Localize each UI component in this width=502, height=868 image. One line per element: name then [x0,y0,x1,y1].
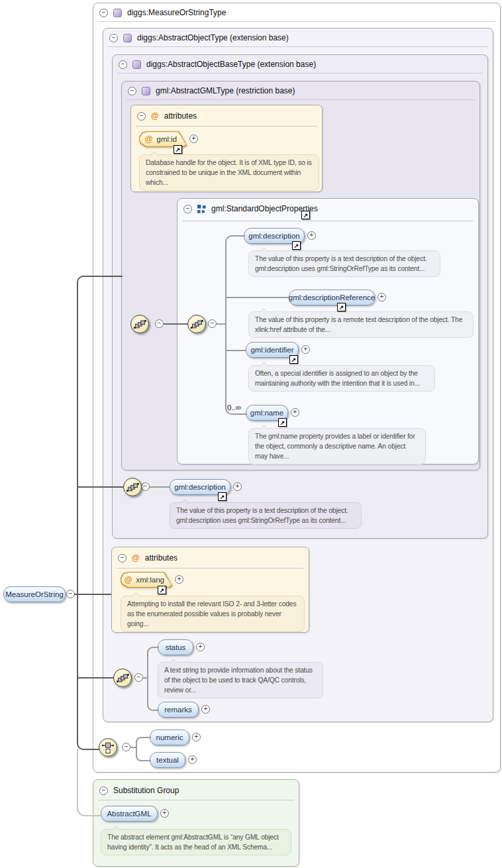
attributes-label: attributes [145,553,177,563]
attributes-label: attributes [164,111,197,121]
collapse-toggle[interactable] [109,34,118,42]
complex-type-icon [113,9,122,17]
annotation-gml-identifier: Often, a special identifier is assigned … [248,365,435,392]
sequence-icon[interactable] [130,315,149,333]
connector-line [217,323,225,325]
collapse-toggle[interactable] [155,319,164,328]
expand-button[interactable] [233,482,242,491]
jump-to-definition-icon[interactable] [337,303,346,311]
connector-line [147,653,148,703]
connector-line [77,276,123,292]
schema-diagram: diggs:MeasureOrStringType diggs:Abstract… [0,0,502,868]
connector-line [78,677,113,678]
annotation-status: A text string to provide information abo… [158,662,323,698]
collapse-toggle[interactable] [183,205,192,213]
element-abstract-gml[interactable]: AbstractGML [101,806,158,822]
expand-button[interactable] [291,408,299,417]
connector-line [136,753,151,761]
collapse-toggle[interactable] [137,112,146,121]
expand-button[interactable] [189,135,198,143]
annotation-gml-name: The gml:name property provides a label o… [248,428,426,464]
jump-to-definition-icon[interactable] [289,355,298,364]
expand-button[interactable] [192,733,201,741]
connector-line [147,702,159,711]
annotation-gml-description-reference: The value of this property is a remote t… [248,311,474,338]
collapse-toggle[interactable] [141,482,150,491]
type-name: diggs:AbstractObjectType (extension base… [137,33,289,42]
expand-button[interactable] [377,293,386,301]
attribute-at-icon [151,112,159,120]
expand-button[interactable] [188,755,197,764]
expand-button[interactable] [307,231,316,240]
connector-line-substitution [77,749,78,800]
attributes-header: attributes [112,547,309,563]
header-divider [117,568,304,569]
expand-button[interactable] [201,705,210,714]
element-textual[interactable]: textual [150,752,185,768]
element-status[interactable]: status [158,639,193,655]
collapse-toggle[interactable] [99,9,108,17]
annotation-gml-description2: The value of this property is a text des… [170,502,362,529]
collapse-toggle[interactable] [134,673,143,682]
header-divider [182,221,474,221]
choice-icon[interactable] [99,738,117,757]
expand-button[interactable] [175,575,183,584]
substitution-group-label: Substitution Group [113,786,179,795]
attribute-label: xml:lang [136,576,164,584]
attribute-at-icon [125,576,132,584]
connector-line [147,647,159,655]
connector-line [77,740,100,750]
collapse-toggle[interactable] [128,87,136,95]
element-remarks[interactable]: remarks [158,702,199,718]
collapse-toggle[interactable] [119,60,127,69]
expand-button[interactable] [301,345,310,354]
type-name: diggs:MeasureOrStringType [127,8,226,17]
annotation-abstract-gml: The abstract element gml:AbstractGML is … [101,829,291,855]
expand-button[interactable] [160,809,169,818]
model-group-icon [197,205,206,213]
connector-line-substitution [77,799,102,816]
header-divider [117,73,483,74]
connector-line [77,289,78,742]
jump-to-definition-icon[interactable] [218,492,226,501]
collapse-toggle[interactable] [99,787,108,795]
element-measure-or-string[interactable]: MeasureOrString [3,586,66,602]
type-name: gml:AbstractGMLType (restriction base) [156,86,295,95]
sequence-icon[interactable] [123,478,142,496]
annotation-xml-lang: Attempting to install the relevant ISO 2… [121,596,305,632]
jump-to-definition-icon[interactable] [278,418,287,427]
attribute-label: gml:id [157,135,177,143]
type-box-header: diggs:MeasureOrStringType [93,3,500,17]
jump-to-definition-icon[interactable] [174,145,182,154]
header-divider [98,21,495,22]
collapse-toggle[interactable] [118,554,126,563]
connector-line [226,297,289,298]
jump-to-definition-icon[interactable] [158,586,166,594]
expand-button[interactable] [196,643,205,651]
annotation-gml-id: Database handle for the object. It is of… [139,154,319,191]
connector-line [225,243,226,407]
attributes-header: attributes [131,105,322,121]
attribute-shape-fill: xml:lang [121,572,172,587]
header-divider [126,99,475,100]
jump-to-definition-icon[interactable] [292,241,301,250]
element-numeric[interactable]: numeric [150,730,189,745]
attribute-shape-fill: gml:id [140,132,186,146]
connector-line [74,594,111,595]
collapse-toggle[interactable] [122,743,130,751]
attribute-at-icon [132,554,140,562]
sequence-icon[interactable] [113,669,132,687]
jump-to-definition-icon[interactable] [301,211,310,219]
type-box-header: diggs:AbstractObjectBaseType (extension … [113,55,487,69]
connector-line [136,737,151,745]
annotation-gml-description: The value of this property is a text des… [248,250,440,277]
type-box-header: gml:AbstractGMLType (restriction base) [122,81,479,95]
type-name: diggs:AbstractObjectBaseType (extension … [146,60,316,69]
collapse-toggle[interactable] [208,319,217,328]
sequence-icon[interactable] [187,315,206,333]
connector-line [78,486,123,488]
group-header: gml:StandardObjectProperties [177,199,478,213]
element-gml-description-reference[interactable]: gml:descriptionReference [289,290,375,305]
connector-line [164,323,187,325]
header-divider [98,800,294,800]
